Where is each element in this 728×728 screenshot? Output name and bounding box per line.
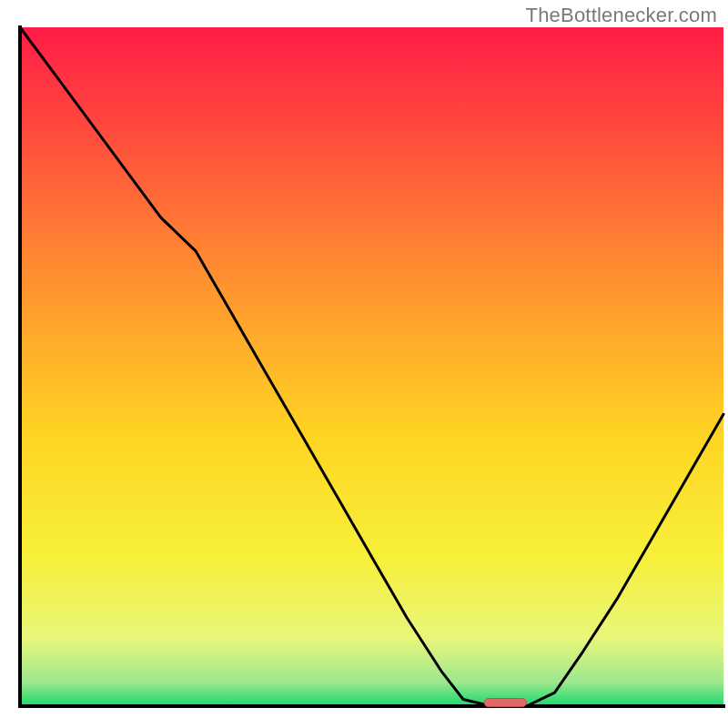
plot-area [20, 25, 725, 706]
chart-container: TheBottlenecker.com [0, 0, 728, 728]
bottleneck-chart [0, 0, 728, 728]
optimal-marker [484, 699, 526, 707]
gradient-background [20, 27, 723, 706]
